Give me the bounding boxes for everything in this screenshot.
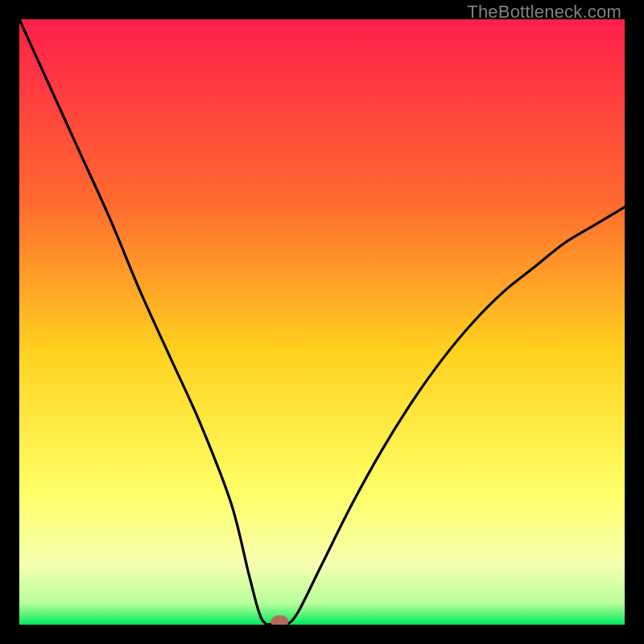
bottleneck-chart xyxy=(19,19,625,625)
gradient-background xyxy=(19,19,625,625)
chart-frame xyxy=(19,19,625,625)
